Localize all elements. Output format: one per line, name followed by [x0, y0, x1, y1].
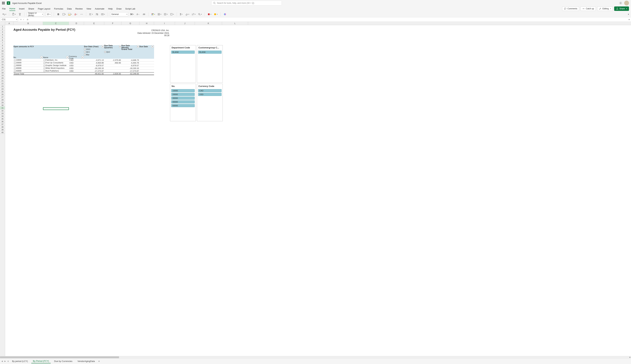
comments-button[interactable]: Comments	[562, 6, 579, 11]
slicer-customergroup[interactable]: Customergroup C... BLANK	[197, 45, 223, 83]
sort-filter-button[interactable]: ▾	[191, 12, 196, 16]
collapse-button[interactable]: −	[84, 51, 86, 53]
collapse-button[interactable]: −	[44, 62, 45, 64]
row-header[interactable]: 16	[0, 66, 5, 68]
collapse-button[interactable]: −	[44, 68, 45, 69]
add-sheet-button[interactable]: +	[98, 360, 100, 363]
row-header[interactable]: 4	[0, 33, 5, 36]
expand-button[interactable]: +	[84, 54, 86, 56]
column-header[interactable]: D	[69, 22, 84, 25]
row-header[interactable]: 30	[0, 104, 5, 106]
column-header[interactable]: J	[175, 22, 195, 25]
row-header[interactable]: 17	[0, 68, 5, 71]
row-header[interactable]: 28	[0, 98, 5, 101]
table-row[interactable]: −20000−First Up ConsultantsUSD-4,903.88-…	[14, 62, 154, 64]
collapse-button[interactable]: −	[44, 70, 45, 72]
row-header[interactable]: 36	[0, 120, 5, 123]
format-cells-button[interactable]: ▾	[170, 12, 174, 16]
slicer-item[interactable]: 30000	[171, 96, 195, 100]
column-header[interactable]: C	[43, 22, 69, 25]
merge-button[interactable]: ▾	[101, 12, 105, 16]
row-header[interactable]: 33	[0, 112, 5, 115]
tab-formulas[interactable]: Formulas	[54, 7, 63, 11]
row-header[interactable]: 34	[0, 115, 5, 118]
sheet-menu-button[interactable]: ≡	[8, 360, 9, 362]
column-header[interactable]: I	[154, 22, 175, 25]
fx-label[interactable]: fx	[26, 18, 30, 20]
row-header[interactable]: 11	[0, 52, 5, 55]
collapse-button[interactable]: −	[84, 48, 86, 50]
row-header[interactable]: 7	[0, 42, 5, 44]
collapse-button[interactable]: −	[14, 62, 16, 64]
column-header[interactable]: E	[84, 22, 104, 25]
copilot-button[interactable]	[223, 12, 227, 16]
collapse-ribbon-button[interactable]: ▾	[628, 13, 629, 16]
slicer-department[interactable]: Department Code BLANK	[170, 45, 196, 83]
borders-button[interactable]: ▾	[62, 12, 66, 16]
row-header[interactable]: 23	[0, 85, 5, 88]
insert-cells-button[interactable]: ▾	[157, 12, 162, 16]
filter-button[interactable]: ▾	[66, 56, 69, 58]
filter-button[interactable]: ▾	[40, 56, 43, 58]
scrollbar-thumb[interactable]	[0, 356, 119, 358]
row-header[interactable]: 15	[0, 63, 5, 66]
slicer-item[interactable]: 40000	[171, 100, 195, 104]
tab-help[interactable]: Help	[108, 7, 113, 11]
clear-button[interactable]: ▾	[185, 12, 189, 16]
column-header[interactable]: H	[139, 22, 154, 25]
gear-icon[interactable]	[619, 2, 622, 4]
avatar[interactable]	[624, 1, 629, 6]
row-header[interactable]: 21	[0, 80, 5, 82]
decrease-decimal-button[interactable]: .0→	[136, 12, 140, 16]
document-title[interactable]: Aged Accounts Payable Excel	[12, 2, 42, 4]
tab-automate[interactable]: Automate	[95, 7, 104, 11]
row-header[interactable]: 31	[0, 106, 5, 109]
row-header[interactable]: 8	[0, 44, 5, 47]
slicer-item[interactable]: BLANK	[198, 50, 222, 54]
slicer-item[interactable]: 10000	[171, 89, 195, 92]
tab-share[interactable]: Share	[28, 7, 34, 11]
column-header[interactable]: B	[14, 22, 43, 25]
find-button[interactable]: ▾	[197, 12, 202, 16]
app-launcher-icon[interactable]	[2, 2, 5, 4]
row-header[interactable]: 37	[0, 123, 5, 126]
sheet-tab[interactable]: Due by Currencies	[52, 359, 74, 363]
bold-button[interactable]: B	[56, 12, 60, 16]
collapse-button[interactable]: −	[44, 60, 45, 61]
filter-button[interactable]: ▾	[81, 56, 84, 58]
row-header[interactable]: 13	[0, 58, 5, 60]
column-header[interactable]: L	[222, 22, 248, 25]
tab-view[interactable]: View	[86, 7, 91, 11]
share-button[interactable]: Share ▾	[614, 6, 629, 11]
collapse-button[interactable]: −	[14, 70, 16, 72]
catchup-button[interactable]: Catch up	[580, 6, 596, 11]
formula-input[interactable]	[30, 17, 627, 22]
search-input[interactable]: Search for tools, help, and more (Alt + …	[211, 1, 282, 6]
slicer-item[interactable]: 50000	[171, 104, 195, 107]
row-header[interactable]: 19	[0, 74, 5, 77]
sheet-tab[interactable]: VendorAgingData	[76, 359, 97, 363]
accept-formula-icon[interactable]: ✓	[23, 18, 25, 21]
tab-draw[interactable]: Draw	[116, 7, 122, 11]
filter-button[interactable]: ▾	[137, 45, 139, 48]
expand-formula-bar-button[interactable]: ▾	[627, 18, 631, 21]
autosum-button[interactable]: Σ▾	[179, 12, 183, 16]
tab-home[interactable]: Home	[9, 6, 15, 11]
row-header[interactable]: 10	[0, 50, 5, 52]
tab-insert[interactable]: Insert	[19, 7, 25, 11]
column-header[interactable]: G	[121, 22, 139, 25]
undo-button[interactable]: ▾	[2, 12, 7, 16]
align-button[interactable]: ▾	[89, 12, 93, 16]
cancel-formula-icon[interactable]: ✕	[20, 18, 22, 21]
slicer-item[interactable]: BLANK	[171, 50, 195, 54]
row-header[interactable]: 38	[0, 126, 5, 128]
sheet-prev-button[interactable]: ◀	[1, 360, 3, 362]
sheet-tab[interactable]: By period (LCY)	[10, 359, 30, 363]
slicer-currency[interactable]: Currency Code CADUSD	[197, 84, 223, 121]
row-header[interactable]: 3	[0, 30, 5, 33]
increase-decimal-button[interactable]: .00	[142, 12, 146, 16]
row-header[interactable]: 40	[0, 131, 5, 134]
column-header[interactable]: F	[104, 22, 121, 25]
tab-file[interactable]: File	[2, 7, 6, 11]
slicer-item[interactable]: 20000	[171, 93, 195, 96]
